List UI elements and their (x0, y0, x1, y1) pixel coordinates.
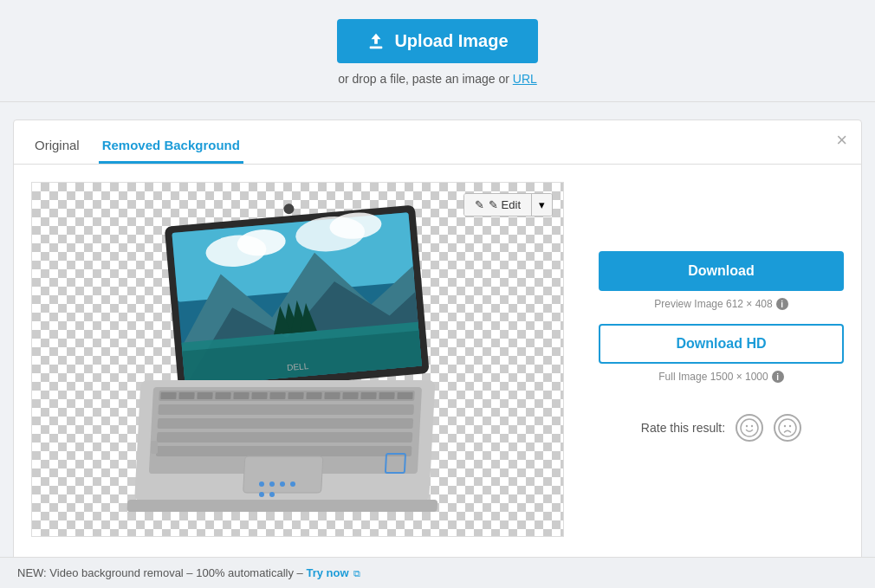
svg-rect-20 (158, 404, 414, 415)
close-button[interactable]: × (836, 131, 847, 150)
svg-rect-29 (251, 392, 267, 399)
svg-rect-22 (156, 432, 412, 443)
full-info: Full Image 1500 × 1000 i (599, 371, 844, 383)
svg-point-41 (269, 481, 275, 487)
svg-rect-0 (370, 46, 383, 48)
edit-label: ✎ Edit (489, 198, 521, 211)
rate-label: Rate this result: (641, 421, 725, 435)
upload-label: Upload Image (394, 31, 508, 51)
edit-dropdown-button[interactable]: ▾ (531, 194, 552, 216)
pencil-icon: ✎ (475, 198, 484, 211)
svg-rect-35 (360, 392, 376, 399)
download-button[interactable]: Download (599, 251, 844, 291)
svg-rect-24 (160, 392, 176, 399)
image-preview: DELL (31, 182, 564, 537)
right-panel: Download Preview Image 612 × 408 i Downl… (599, 182, 844, 537)
svg-point-54 (789, 425, 791, 427)
svg-point-42 (280, 481, 285, 487)
drop-text: or drop a file, paste an image or (338, 72, 509, 86)
footer-description: Video background removal – 100% automati… (49, 566, 302, 579)
svg-rect-39 (243, 456, 322, 493)
svg-rect-27 (215, 392, 230, 399)
upload-icon (366, 32, 386, 51)
chevron-down-icon: ▾ (539, 198, 545, 211)
svg-rect-25 (178, 392, 194, 399)
svg-rect-21 (157, 418, 413, 429)
tabs-bar: Original Removed Background (14, 120, 861, 165)
try-now-link[interactable]: Try now (306, 566, 348, 579)
svg-point-40 (259, 481, 264, 487)
svg-point-44 (259, 492, 264, 497)
header: Upload Image or drop a file, paste an im… (0, 0, 875, 102)
svg-point-45 (269, 492, 275, 497)
svg-rect-23 (155, 446, 412, 456)
preview-info-text: Preview Image 612 × 408 (654, 298, 772, 310)
svg-rect-37 (397, 392, 412, 399)
edit-button[interactable]: ✎ ✎ Edit (464, 194, 531, 216)
tab-original[interactable]: Original (31, 132, 83, 164)
svg-point-53 (784, 425, 786, 427)
rate-section: Rate this result: (599, 414, 844, 442)
svg-point-51 (751, 425, 753, 427)
svg-rect-28 (233, 392, 249, 399)
svg-point-43 (290, 481, 295, 487)
external-link-icon: ⧉ (353, 568, 360, 579)
tab-removed-background[interactable]: Removed Background (99, 132, 243, 164)
drop-text-area: or drop a file, paste an image or URL (0, 72, 875, 86)
upload-button[interactable]: Upload Image (337, 19, 537, 63)
url-link[interactable]: URL (513, 72, 537, 86)
svg-rect-33 (324, 392, 340, 399)
footer-bar: NEW: Video background removal – 100% aut… (0, 557, 875, 588)
svg-rect-30 (269, 392, 285, 399)
svg-point-52 (779, 419, 796, 436)
preview-info: Preview Image 612 × 408 i (599, 298, 844, 310)
edit-button-group[interactable]: ✎ ✎ Edit ▾ (463, 193, 553, 216)
laptop-svg: DELL (107, 190, 489, 536)
happy-smiley-button[interactable] (736, 414, 763, 442)
laptop-illustration: DELL (107, 190, 489, 536)
svg-rect-34 (342, 392, 358, 399)
full-info-icon[interactable]: i (772, 371, 784, 383)
svg-point-16 (282, 204, 294, 215)
svg-rect-26 (197, 392, 212, 399)
sad-smiley-button[interactable] (774, 414, 801, 442)
svg-rect-32 (306, 392, 321, 399)
sad-face-icon (778, 418, 797, 437)
preview-info-icon[interactable]: i (776, 298, 788, 310)
svg-rect-36 (379, 392, 394, 399)
download-hd-button[interactable]: Download HD (599, 324, 844, 364)
svg-point-50 (746, 425, 748, 427)
main-card: × Original Removed Background (13, 120, 862, 572)
full-info-text: Full Image 1500 × 1000 (658, 371, 768, 383)
footer-new-label: NEW: (17, 566, 47, 579)
svg-text:DELL: DELL (286, 361, 308, 372)
content-area: DELL (14, 165, 861, 554)
download-label: Download (688, 263, 754, 278)
svg-point-49 (741, 419, 758, 436)
svg-rect-47 (126, 500, 438, 512)
download-hd-label: Download HD (677, 336, 767, 351)
svg-rect-31 (288, 392, 303, 399)
happy-face-icon (740, 418, 759, 437)
svg-rect-46 (151, 441, 158, 454)
